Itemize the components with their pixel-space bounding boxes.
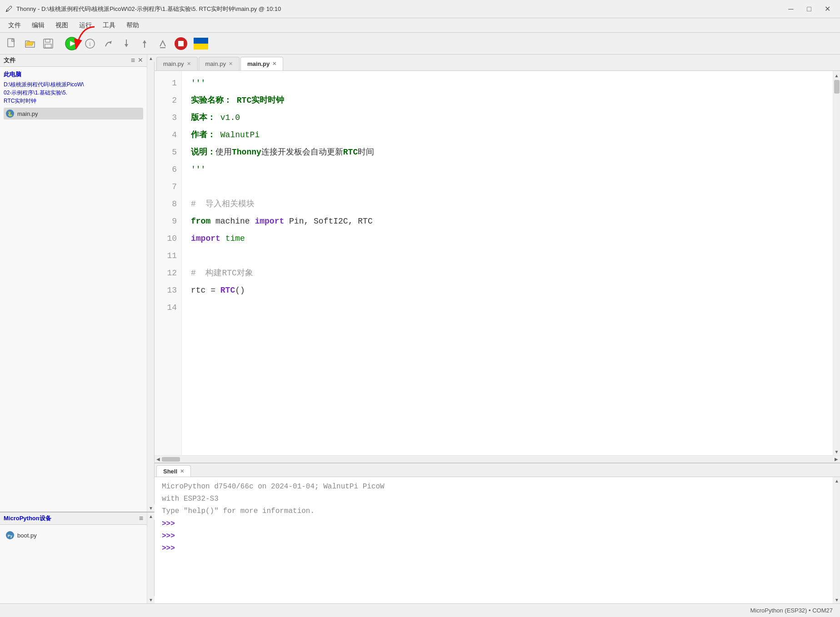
title-bar: 🖊 Thonny - D:\核桃派例程代码\核桃派PicoW\02-示例程序\1… [0, 0, 840, 18]
tab-label-2: main.py [205, 60, 226, 67]
shell-tab-main[interactable]: Shell ✕ [156, 465, 191, 477]
file-scroll-down[interactable]: ▼ [147, 504, 155, 512]
menu-tools[interactable]: 工具 [98, 20, 120, 31]
debug-icon: i [84, 37, 96, 50]
line-num-9: 9 [155, 213, 177, 230]
shell-tab-label: Shell [163, 468, 177, 475]
device-file-boot: boot.py [17, 532, 37, 539]
hamburger-icon[interactable]: ≡ [131, 56, 135, 65]
menu-file[interactable]: 文件 [4, 20, 25, 31]
menu-view[interactable]: 视图 [51, 20, 73, 31]
step-into-button[interactable] [118, 35, 135, 52]
shell-content[interactable]: MicroPython d7540/66c on 2024-01-04; Wal… [155, 477, 833, 603]
line-num-10: 10 [155, 230, 177, 247]
file-panel-close[interactable]: ✕ [138, 56, 143, 65]
step-out-button[interactable] [136, 35, 153, 52]
shell-line-2: with ESP32-S3 [162, 493, 825, 505]
new-file-button[interactable] [4, 35, 20, 52]
tab-close-1[interactable]: ✕ [187, 61, 191, 67]
editor-scroll-up[interactable]: ▲ [833, 72, 840, 79]
svg-rect-16 [194, 38, 208, 44]
title-bar-left: 🖊 Thonny - D:\核桃派例程代码\核桃派PicoW\02-示例程序\1… [5, 5, 281, 13]
line-num-11: 11 [155, 247, 177, 264]
flag-button[interactable] [193, 35, 209, 52]
code-line-7 [191, 178, 824, 195]
svg-rect-15 [178, 41, 184, 46]
code-line-2: 实验名称： RTC实时时钟 [191, 92, 824, 109]
file-panel-inner: 文件 ≡ ✕ 此电脑 D:\核桃派例程代码\核桃派PicoW\02-示例程序\1… [0, 55, 147, 512]
tab-close-2[interactable]: ✕ [229, 61, 233, 67]
line-num-4: 4 [155, 126, 177, 144]
save-file-icon [42, 37, 55, 50]
line-num-6: 6 [155, 161, 177, 178]
editor-tabs: main.py ✕ main.py ✕ main.py ✕ [155, 55, 840, 71]
device-panel: MicroPython设备 ≡ Py boot.py ▲ ▼ [0, 513, 154, 603]
device-panel-title: MicroPython设备 [4, 514, 51, 522]
open-file-icon [24, 37, 36, 50]
svg-rect-2 [45, 39, 50, 42]
menu-edit[interactable]: 编辑 [27, 20, 49, 31]
device-scroll-down[interactable]: ▼ [147, 596, 155, 603]
device-panel-scrollbar: ▲ ▼ [147, 513, 154, 603]
shell-scroll-up[interactable]: ▲ [833, 477, 840, 484]
file-panel: 文件 ≡ ✕ 此电脑 D:\核桃派例程代码\核桃派PicoW\02-示例程序\1… [0, 55, 154, 513]
menu-bar: 文件 编辑 视图 运行 工具 帮助 [0, 18, 840, 33]
shell-area: Shell ✕ MicroPython d7540/66c on 2024-01… [155, 463, 840, 603]
code-line-14 [191, 299, 824, 316]
shell-prompt-1: >>> [162, 518, 825, 530]
code-line-5: 说明：使用Thonny连接开发板会自动更新RTC时间 [191, 144, 824, 161]
menu-run[interactable]: 运行 [75, 20, 96, 31]
file-item-main[interactable]: 🐍 main.py [4, 108, 143, 119]
line-num-8: 8 [155, 195, 177, 213]
shell-tab-close[interactable]: ✕ [180, 468, 184, 474]
step-icon1 [102, 37, 115, 50]
run-button[interactable] [64, 35, 80, 52]
editor-scrollbar-thumb[interactable] [834, 80, 840, 94]
tab-close-3[interactable]: ✕ [272, 61, 276, 67]
this-pc-label: 此电脑 [4, 70, 143, 79]
editor-hscroll-left[interactable]: ◀ [155, 456, 162, 463]
step-icon4 [156, 37, 169, 50]
editor-tab-1[interactable]: main.py ✕ [156, 57, 198, 70]
device-file-item-boot[interactable]: Py boot.py [4, 529, 143, 541]
tab-label-1: main.py [163, 60, 184, 67]
toolbar: i [0, 33, 840, 55]
menu-help[interactable]: 帮助 [122, 20, 144, 31]
code-line-9: from machine import Pin, SoftI2C, RTC [191, 213, 824, 230]
main-layout: 文件 ≡ ✕ 此电脑 D:\核桃派例程代码\核桃派PicoW\02-示例程序\1… [0, 55, 840, 603]
code-line-3: 版本： v1.0 [191, 109, 824, 126]
editor-tab-3[interactable]: main.py ✕ [240, 57, 283, 70]
editor-hscroll-right[interactable]: ▶ [833, 456, 840, 463]
code-area[interactable]: ''' 实验名称： RTC实时时钟 版本： v1.0 作者： WalnutPi … [182, 71, 833, 455]
svg-marker-10 [125, 44, 128, 47]
step-over-button1[interactable] [100, 35, 116, 52]
sidebar: 文件 ≡ ✕ 此电脑 D:\核桃派例程代码\核桃派PicoW\02-示例程序\1… [0, 55, 155, 603]
shell-scroll-track [833, 484, 840, 596]
device-hamburger-icon[interactable]: ≡ [139, 514, 143, 522]
file-scroll-up[interactable]: ▲ [147, 55, 155, 62]
line-num-14: 14 [155, 299, 177, 316]
close-button[interactable]: ✕ [820, 4, 835, 15]
shell-content-wrapper: MicroPython d7540/66c on 2024-01-04; Wal… [155, 477, 840, 603]
flag-icon [194, 38, 208, 50]
open-file-button[interactable] [22, 35, 38, 52]
device-panel-inner: MicroPython设备 ≡ Py boot.py [0, 513, 147, 603]
hscroll-thumb[interactable] [162, 457, 180, 462]
line-num-12: 12 [155, 264, 177, 282]
maximize-button[interactable]: □ [802, 4, 816, 15]
shell-tabs: Shell ✕ [155, 463, 840, 477]
minimize-button[interactable]: ─ [784, 4, 798, 15]
editor-scroll-down[interactable]: ▼ [833, 448, 840, 455]
debug-button[interactable]: i [82, 35, 98, 52]
editor-scrollbar: ▲ ▼ [833, 71, 840, 455]
save-file-button[interactable] [40, 35, 56, 52]
editor-tab-2[interactable]: main.py ✕ [199, 57, 240, 70]
line-num-2: 2 [155, 92, 177, 109]
step-over-button2[interactable] [155, 35, 171, 52]
device-scroll-up[interactable]: ▲ [147, 513, 155, 520]
code-line-1: ''' [191, 75, 824, 92]
file-panel-controls: ≡ ✕ [131, 56, 143, 65]
stop-button[interactable] [173, 35, 189, 52]
file-name-main: main.py [17, 110, 38, 117]
shell-scroll-down[interactable]: ▼ [833, 596, 840, 603]
